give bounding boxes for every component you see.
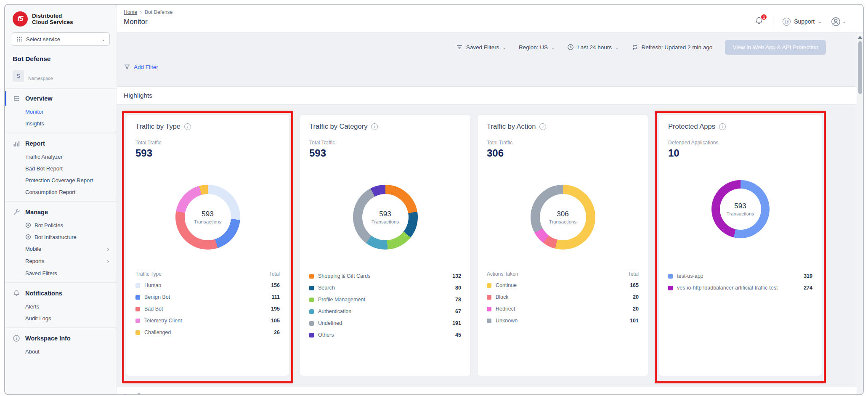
card-column-traffic-by-type: Traffic by TypeiTotal Traffic593593Trans… bbox=[122, 111, 293, 383]
add-filter-button[interactable]: Add Filter bbox=[124, 64, 158, 70]
legend-color-chip bbox=[135, 330, 140, 335]
legend-item-label: Shopping & Gift Cards bbox=[318, 273, 370, 279]
sidebar-item-monitor[interactable]: Monitor bbox=[5, 106, 117, 117]
sidebar-item-about[interactable]: About bbox=[5, 346, 117, 357]
support-menu[interactable]: @ Support ⌄ bbox=[783, 18, 821, 26]
sidebar-item-bot-infrastructure[interactable]: Bot Infrastructure bbox=[5, 231, 117, 243]
filter-lines-icon bbox=[456, 44, 463, 50]
sidebar-section-label: Workspace Info bbox=[25, 335, 71, 342]
legend-item-test-us-app[interactable]: test-us-app319 bbox=[668, 270, 812, 282]
info-icon[interactable]: i bbox=[184, 123, 191, 130]
sidebar: f5 Distributed Cloud Services Select ser… bbox=[5, 5, 117, 394]
sidebar-item-traffic-analyzer[interactable]: Traffic Analyzer bbox=[5, 151, 117, 162]
region-dropdown[interactable]: Region: US ⌄ bbox=[519, 44, 555, 50]
notifications-button[interactable]: 1 bbox=[754, 16, 764, 27]
legend-item-benign-bot[interactable]: Benign Bot111 bbox=[135, 291, 280, 303]
chevron-down-icon: ⌄ bbox=[843, 19, 846, 24]
legend-item-label: Search bbox=[318, 285, 335, 291]
legend-item-label: ves-io-http-loadbalancer-artificial-traf… bbox=[677, 285, 778, 291]
sidebar-item-protection-coverage-report[interactable]: Protection Coverage Report bbox=[5, 174, 117, 186]
card-traffic-by-action: Traffic by ActioniTotal Traffic306306Tra… bbox=[477, 114, 648, 376]
scrollbar[interactable] bbox=[857, 32, 863, 394]
breadcrumb-home-link[interactable]: Home bbox=[124, 9, 137, 15]
legend-item-block[interactable]: Block20 bbox=[487, 291, 639, 303]
sidebar-item-consumption-report[interactable]: Consumption Report bbox=[5, 186, 117, 198]
sidebar-section-label: Notifications bbox=[25, 290, 62, 297]
sidebar-section-header-notifications[interactable]: Notifications bbox=[5, 286, 117, 300]
legend-item-challenged[interactable]: Challenged26 bbox=[135, 327, 280, 338]
legend-item-search[interactable]: Search80 bbox=[309, 282, 461, 294]
scrollbar-up-arrow-icon[interactable] bbox=[858, 36, 862, 39]
sidebar-item-bot-policies[interactable]: Bot Policies bbox=[5, 219, 117, 231]
select-service-dropdown[interactable]: Select service ⌄ bbox=[12, 32, 110, 46]
namespace-row[interactable]: S Namespace bbox=[13, 70, 109, 82]
legend-item-ves-io-http-loadbalancer-artificial-traffic-test[interactable]: ves-io-http-loadbalancer-artificial-traf… bbox=[668, 282, 812, 294]
sidebar-section-header-overview[interactable]: Overview bbox=[5, 91, 117, 106]
legend-item-telemetry-client[interactable]: Telemetry Client105 bbox=[135, 315, 280, 327]
info-icon[interactable]: i bbox=[371, 123, 378, 130]
highlight-box: Traffic by TypeiTotal Traffic593593Trans… bbox=[122, 111, 293, 383]
legend-item-undefined[interactable]: Undefined191 bbox=[309, 317, 461, 329]
legend-item-label: Profile Management bbox=[318, 297, 365, 303]
sidebar-section-header-workspace-info[interactable]: Workspace Info bbox=[5, 331, 117, 346]
sidebar-section-label: Overview bbox=[25, 95, 53, 102]
sidebar-item-label: Monitor bbox=[25, 109, 43, 115]
support-icon: @ bbox=[783, 18, 791, 26]
sidebar-item-saved-filters[interactable]: Saved Filters bbox=[5, 267, 117, 279]
region-label: Region: US bbox=[519, 44, 548, 50]
info-icon[interactable]: i bbox=[539, 123, 546, 130]
refresh-button[interactable]: Refresh: Updated 2 min ago bbox=[632, 44, 713, 50]
chevron-down-icon: ⌄ bbox=[551, 45, 555, 50]
chevron-down-icon: ⌄ bbox=[615, 45, 618, 50]
details-section-header: Details bbox=[117, 387, 863, 395]
legend-item-redirect[interactable]: Redirect20 bbox=[487, 303, 639, 315]
namespace-label: Namespace bbox=[28, 76, 53, 82]
donut-center-label: Transactions bbox=[194, 219, 221, 224]
legend-item-continue[interactable]: Continue165 bbox=[487, 279, 639, 291]
funnel-icon bbox=[124, 64, 130, 70]
legend-color-chip bbox=[309, 286, 314, 290]
sidebar-section-report: ReportTraffic AnalyzerBad Bot ReportProt… bbox=[5, 136, 117, 198]
legend-item-profile-management[interactable]: Profile Management78 bbox=[309, 294, 461, 306]
sidebar-item-alerts[interactable]: Alerts bbox=[5, 300, 117, 312]
saved-filters-label: Saved Filters bbox=[466, 44, 499, 50]
time-range-dropdown[interactable]: Last 24 hours ⌄ bbox=[567, 44, 618, 50]
report-icon bbox=[13, 140, 20, 147]
sidebar-section-header-report[interactable]: Report bbox=[5, 136, 117, 151]
chevron-down-icon: ⌄ bbox=[502, 45, 506, 50]
nav-divider bbox=[5, 327, 117, 328]
sidebar-section-header-manage[interactable]: Manage bbox=[5, 205, 117, 219]
card-title-row: Traffic by Actioni bbox=[487, 122, 639, 130]
card-protected-apps: Protected AppsiDefended Applications1059… bbox=[658, 114, 822, 376]
legend-item-label: Redirect bbox=[496, 306, 515, 312]
scrollbar-thumb[interactable] bbox=[858, 41, 862, 94]
donut-center-value: 593 bbox=[202, 210, 213, 218]
sidebar-item-label: Insights bbox=[25, 120, 44, 127]
legend-item-authentication[interactable]: Authentication67 bbox=[309, 306, 461, 317]
overview-icon bbox=[13, 95, 20, 102]
refresh-label: Refresh: Updated 2 min ago bbox=[642, 44, 713, 50]
account-menu[interactable]: ⌄ bbox=[831, 17, 846, 27]
sidebar-item-reports[interactable]: Reports› bbox=[5, 255, 117, 267]
legend-color-chip bbox=[135, 319, 140, 323]
legend-item-bad-bot[interactable]: Bad Bot195 bbox=[135, 303, 280, 315]
sidebar-section-workspace-info: Workspace InfoAbout bbox=[5, 331, 117, 357]
sidebar-item-label: Reports bbox=[25, 258, 45, 264]
sidebar-item-bad-bot-report[interactable]: Bad Bot Report bbox=[5, 162, 117, 174]
view-in-waap-button[interactable]: View in Web App & API Protection bbox=[725, 40, 826, 55]
legend-item-label: Benign Bot bbox=[144, 294, 170, 300]
legend-item-unknown[interactable]: Unknown101 bbox=[487, 315, 639, 327]
sidebar-item-insights[interactable]: Insights bbox=[5, 117, 117, 129]
legend-item-value: 101 bbox=[626, 318, 639, 324]
info-icon[interactable]: i bbox=[719, 123, 726, 130]
sidebar-item-mobile[interactable]: Mobile› bbox=[5, 243, 117, 255]
card-title: Traffic by Type bbox=[135, 122, 181, 130]
legend-color-chip bbox=[668, 286, 673, 290]
saved-filters-dropdown[interactable]: Saved Filters ⌄ bbox=[456, 44, 506, 50]
legend-item-shopping-gift-cards[interactable]: Shopping & Gift Cards132 bbox=[309, 270, 461, 282]
legend-item-others[interactable]: Others45 bbox=[309, 329, 461, 341]
legend-item-human[interactable]: Human156 bbox=[135, 279, 280, 291]
sidebar-item-audit-logs[interactable]: Audit Logs bbox=[5, 312, 117, 324]
sidebar-nav: OverviewMonitorInsightsReportTraffic Ana… bbox=[5, 88, 117, 357]
card-title-row: Protected Appsi bbox=[668, 122, 812, 130]
